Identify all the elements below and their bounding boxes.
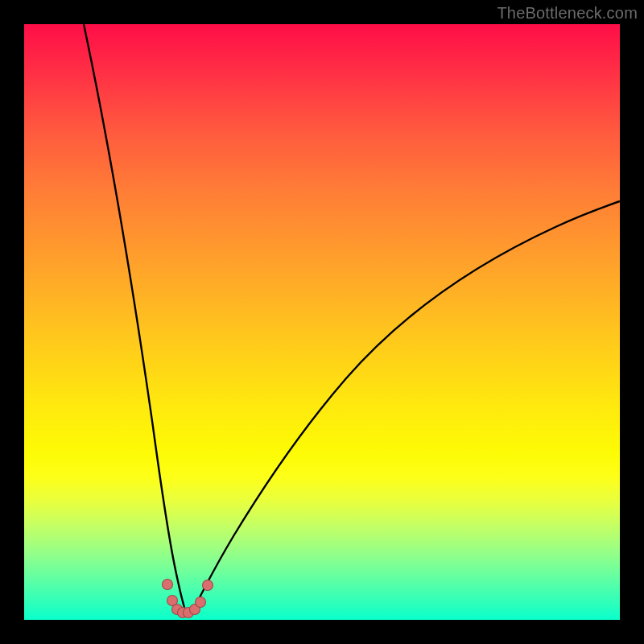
dot-7 — [196, 597, 206, 608]
bottleneck-curve — [84, 24, 620, 614]
vertex-dots — [163, 580, 213, 618]
watermark-text: TheBottleneck.com — [497, 4, 638, 23]
dot-1 — [163, 580, 173, 590]
dot-8 — [203, 580, 213, 591]
curve-group — [84, 24, 620, 614]
chart-frame: TheBottleneck.com — [0, 0, 644, 644]
chart-svg — [24, 24, 620, 620]
plot-area — [24, 24, 620, 620]
